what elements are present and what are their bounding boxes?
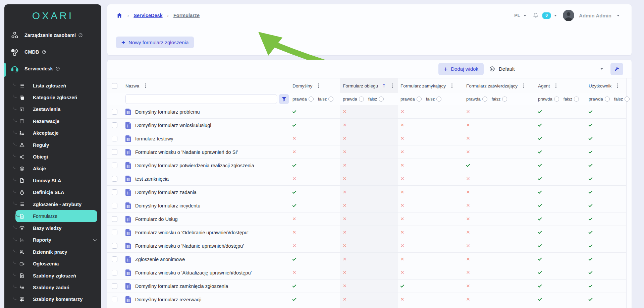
sidebar-item-umowy-sla[interactable]: Umowy SLA: [13, 175, 101, 186]
row-checkbox[interactable]: [112, 189, 117, 195]
form-name[interactable]: Formularz wniosku o 'Aktualizację uprawn…: [135, 270, 252, 275]
row-checkbox[interactable]: [112, 297, 117, 302]
chevron-down-icon[interactable]: [617, 15, 620, 16]
column-header-obiegu[interactable]: Formularz obiegu ↑: [340, 78, 398, 93]
form-name[interactable]: Zgłoszenie anonimowe: [135, 257, 185, 262]
sidebar-item-szablony-komentarzy[interactable]: Szablony komentarzy: [13, 294, 101, 305]
form-name[interactable]: Domyślny formularz problemu: [135, 109, 200, 115]
row-checkbox[interactable]: [112, 176, 117, 182]
form-name[interactable]: test zamknięcia: [135, 176, 169, 182]
radio-false-domyslny[interactable]: [328, 97, 333, 102]
form-name[interactable]: Domyślny formularz wniosku/usługi: [135, 123, 211, 128]
form-name[interactable]: Domyślny formularz zamknięcia zgłoszenia: [135, 284, 228, 289]
chevron-down-icon[interactable]: [554, 15, 557, 16]
column-header-uzytkownik[interactable]: Użytkownik: [586, 78, 627, 93]
filter-funnel-button[interactable]: [279, 94, 289, 104]
row-checkbox[interactable]: [112, 122, 117, 128]
row-checkbox[interactable]: [112, 163, 117, 168]
radio-true-agent[interactable]: [554, 97, 559, 102]
sidebar-section-servicedesk[interactable]: Servicedesk: [4, 60, 101, 77]
view-settings-button[interactable]: [610, 63, 623, 75]
sidebar-item-szablony-zgloszen[interactable]: Szablony zgłoszeń: [13, 270, 101, 282]
column-header-zatwierdzajacy[interactable]: Formularz zatwierdzający: [464, 78, 535, 93]
row-checkbox[interactable]: [112, 149, 117, 155]
form-name[interactable]: Domyślny formularz zadania: [135, 190, 197, 195]
select-all-checkbox[interactable]: [112, 83, 117, 89]
radio-false-zatwierdzajacy[interactable]: [502, 97, 507, 102]
breadcrumb-servicedesk[interactable]: ServiceDesk: [133, 13, 162, 18]
form-name[interactable]: Domyślny formularz rezerwacji: [135, 297, 201, 302]
form-name[interactable]: Formularz wniosku o 'Nadanie uprawnień/d…: [135, 243, 244, 249]
sidebar-item-zestawienia[interactable]: Zestawienia: [13, 104, 101, 115]
column-menu-icon[interactable]: [144, 82, 147, 89]
form-name[interactable]: formularz testowy: [135, 136, 173, 141]
radio-true-zatwierdzajacy[interactable]: [482, 97, 487, 102]
sidebar-item-bazy-wiedzy[interactable]: Bazy wiedzy: [13, 222, 101, 234]
table-row: Domyślny formularz zadania×××: [107, 186, 626, 199]
chevron-down-icon[interactable]: [600, 68, 603, 70]
notification-bell-icon[interactable]: [532, 12, 539, 19]
sidebar-item-obiegi[interactable]: Obiegi: [13, 151, 101, 163]
chevron-down-icon[interactable]: [93, 238, 97, 241]
breadcrumb-formularze[interactable]: Formularze: [173, 13, 200, 18]
column-header-domyslny[interactable]: Domyślny: [290, 78, 340, 93]
sidebar-item-akcje[interactable]: Akcje: [13, 163, 101, 175]
sort-asc-icon[interactable]: ↑: [382, 83, 386, 88]
sidebar-item-reguly[interactable]: Reguły: [13, 139, 101, 151]
sidebar-item-akceptacje[interactable]: Akceptacje: [13, 127, 101, 139]
column-header-zamykajacy[interactable]: Formularz zamykający: [398, 78, 464, 93]
form-name[interactable]: Formularz do Usług: [135, 217, 178, 222]
radio-true-obiegu[interactable]: [359, 97, 364, 102]
sidebar-item-zgloszenie-atrybuty[interactable]: Zgłoszenie - atrybuty: [13, 198, 101, 210]
radio-false-agent[interactable]: [574, 97, 579, 102]
sidebar-section-cmdb[interactable]: CMDB: [4, 44, 101, 60]
column-menu-icon[interactable]: [450, 82, 453, 89]
sidebar-item-szablony-powiadomien[interactable]: Szablony powiadomień: [13, 305, 101, 308]
column-menu-icon[interactable]: [522, 82, 525, 89]
sidebar-item-lista-zgloszen[interactable]: Lista zgłoszeń: [13, 80, 101, 91]
radio-true-domyslny[interactable]: [309, 97, 314, 102]
column-menu-icon[interactable]: [391, 82, 394, 89]
sidebar-item-ogloszenia[interactable]: Ogłoszenia: [13, 258, 101, 269]
row-checkbox[interactable]: [112, 109, 117, 115]
name-filter-input[interactable]: [125, 94, 277, 104]
sidebar-item-formularze[interactable]: Formularze: [15, 210, 97, 222]
home-icon[interactable]: [116, 12, 123, 19]
language-selector[interactable]: PL: [514, 13, 520, 18]
column-menu-icon[interactable]: [317, 82, 320, 89]
radio-true-zamykajacy[interactable]: [417, 97, 422, 102]
sidebar-section-zarzadzanie-zasobami[interactable]: Zarządzanie zasobami: [4, 27, 101, 44]
add-view-button[interactable]: + Dodaj widok: [438, 63, 484, 75]
row-checkbox[interactable]: [112, 203, 117, 208]
row-checkbox[interactable]: [112, 216, 117, 222]
chevron-down-icon[interactable]: [524, 15, 526, 16]
new-form-button[interactable]: + Nowy formularz zgłoszenia: [116, 37, 194, 48]
column-menu-icon[interactable]: [554, 82, 557, 89]
notification-count-badge[interactable]: 0: [542, 12, 551, 19]
form-name[interactable]: Domyślny formularz incydentu: [135, 203, 200, 208]
row-checkbox[interactable]: [112, 270, 117, 275]
radio-true-uzytkownik[interactable]: [605, 97, 610, 102]
row-checkbox[interactable]: [112, 136, 117, 141]
row-checkbox[interactable]: [112, 243, 117, 249]
sidebar-item-dziennik-pracy[interactable]: Dziennik pracy: [13, 246, 101, 258]
radio-false-uzytkownik[interactable]: [625, 97, 630, 102]
sidebar-item-raporty[interactable]: Raporty: [13, 234, 101, 246]
avatar[interactable]: [563, 10, 574, 21]
column-header-name[interactable]: Nazwa: [123, 78, 290, 93]
form-name[interactable]: Formularz wniosku o 'Nadanie uprawnień d…: [135, 149, 238, 155]
column-header-agent[interactable]: Agent: [535, 78, 586, 93]
radio-false-zamykajacy[interactable]: [436, 97, 441, 102]
row-checkbox[interactable]: [112, 256, 117, 262]
row-checkbox[interactable]: [112, 283, 117, 289]
form-name[interactable]: Formularz wniosku o 'Odebranie uprawnień…: [135, 230, 249, 235]
column-menu-icon[interactable]: [616, 82, 619, 89]
sidebar-item-szablony-zadan[interactable]: Szablony zadań: [13, 282, 101, 293]
sidebar-item-definicje-sla[interactable]: Definicje SLA: [13, 187, 101, 198]
row-checkbox[interactable]: [112, 230, 117, 235]
radio-false-obiegu[interactable]: [379, 97, 384, 102]
sidebar-item-kategorie-zgloszen[interactable]: Kategorie zgłoszeń: [13, 91, 101, 103]
form-name[interactable]: Domyślny formularz potwierdzenia realiza…: [135, 163, 254, 168]
view-selector[interactable]: Default: [489, 63, 605, 75]
sidebar-item-rezerwacje[interactable]: Rezerwacje: [13, 115, 101, 127]
